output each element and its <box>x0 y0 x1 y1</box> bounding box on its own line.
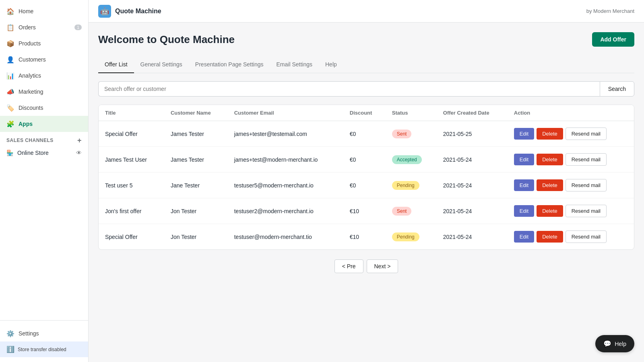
orders-badge: 1 <box>74 25 82 30</box>
cell-customer-email: james+tester@testemail.com <box>228 121 343 147</box>
sidebar-nav: 🏠 Home 📋 Orders 1 📦 Products 👤 Customers… <box>0 0 88 320</box>
resend-mail-button[interactable]: Resend mail <box>566 179 607 191</box>
eye-icon[interactable]: 👁 <box>76 150 82 156</box>
sidebar-item-analytics[interactable]: 📊 Analytics <box>0 68 88 84</box>
sidebar-item-label: Analytics <box>19 72 41 79</box>
tab-email-settings[interactable]: Email Settings <box>270 56 319 73</box>
sidebar-item-label: Discounts <box>19 105 43 111</box>
cell-customer-name: James Tester <box>164 147 228 173</box>
orders-icon: 📋 <box>6 23 14 31</box>
page-header: Welcome to Quote Machine Add Offer <box>98 32 634 47</box>
cell-title: Special Offer <box>99 121 164 147</box>
sidebar-item-online-store[interactable]: 🏪 Online Store 👁 <box>0 146 88 160</box>
main-content: 🤖 Quote Machine by Modern Merchant Welco… <box>89 0 644 362</box>
page-title: Welcome to Quote Machine <box>98 33 235 46</box>
add-offer-button[interactable]: Add Offer <box>592 32 634 47</box>
col-action: Action <box>508 105 634 121</box>
cell-action: Edit Delete Resend mail <box>508 224 634 250</box>
cell-date: 2021-05-24 <box>437 147 508 173</box>
delete-button[interactable]: Delete <box>537 128 563 140</box>
resend-mail-button[interactable]: Resend mail <box>566 128 607 140</box>
cell-date: 2021-05-24 <box>437 224 508 250</box>
table-header-row: Title Customer Name Customer Email Disco… <box>99 105 634 121</box>
marketing-icon: 📣 <box>6 88 14 96</box>
cell-customer-name: Jon Tester <box>164 224 228 250</box>
cell-discount: €10 <box>343 224 386 250</box>
cell-discount: €0 <box>343 121 386 147</box>
search-button[interactable]: Search <box>600 81 634 97</box>
delete-button[interactable]: Delete <box>537 154 563 165</box>
sidebar-item-products[interactable]: 📦 Products <box>0 35 88 51</box>
search-input[interactable] <box>98 81 600 97</box>
sidebar-item-discounts[interactable]: 🏷️ Discounts <box>0 100 88 116</box>
sidebar-item-label: Apps <box>19 121 33 127</box>
prev-page-button[interactable]: < Pre <box>334 259 363 273</box>
pagination: < Pre Next > <box>98 259 634 273</box>
settings-icon: ⚙️ <box>6 329 14 337</box>
status-badge: Pending <box>392 232 419 241</box>
edit-button[interactable]: Edit <box>514 128 534 140</box>
delete-button[interactable]: Delete <box>537 179 563 191</box>
sidebar-item-customers[interactable]: 👤 Customers <box>0 51 88 68</box>
delete-button[interactable]: Delete <box>537 205 563 217</box>
search-row: Search <box>98 81 634 97</box>
analytics-icon: 📊 <box>6 72 14 80</box>
products-icon: 📦 <box>6 39 14 47</box>
sidebar-item-label: Marketing <box>19 88 43 95</box>
resend-mail-button[interactable]: Resend mail <box>566 205 607 217</box>
status-badge: Sent <box>392 207 412 216</box>
cell-status: Accepted <box>386 147 437 173</box>
app-title: Quote Machine <box>115 8 161 15</box>
apps-icon: 🧩 <box>6 120 14 128</box>
resend-mail-button[interactable]: Resend mail <box>566 230 607 243</box>
sidebar: 🏠 Home 📋 Orders 1 📦 Products 👤 Customers… <box>0 0 89 362</box>
edit-button[interactable]: Edit <box>514 154 534 165</box>
sidebar-item-settings[interactable]: ⚙️ Settings <box>0 325 88 341</box>
cell-discount: €0 <box>343 147 386 173</box>
sidebar-item-orders[interactable]: 📋 Orders 1 <box>0 19 88 35</box>
edit-button[interactable]: Edit <box>514 205 534 217</box>
customers-icon: 👤 <box>6 56 14 64</box>
next-page-button[interactable]: Next > <box>367 259 398 273</box>
page-content: Welcome to Quote Machine Add Offer Offer… <box>89 23 644 362</box>
tab-general-settings[interactable]: General Settings <box>134 56 189 73</box>
col-date: Offer Created Date <box>437 105 508 121</box>
cell-action: Edit Delete Resend mail <box>508 198 634 224</box>
sidebar-item-home[interactable]: 🏠 Home <box>0 3 88 19</box>
info-icon: ℹ️ <box>6 346 14 353</box>
cell-customer-email: testuser@modern-merchant.tio <box>228 224 343 250</box>
help-fab-button[interactable]: 💬 Help <box>595 335 634 352</box>
online-store-label: Online Store <box>17 150 49 156</box>
tab-offer-list[interactable]: Offer List <box>98 56 134 73</box>
cell-customer-email: james+test@modern-merchant.io <box>228 147 343 173</box>
cell-status: Pending <box>386 173 437 198</box>
cell-customer-name: Jon Tester <box>164 198 228 224</box>
sidebar-item-label: Home <box>19 8 33 14</box>
sidebar-item-apps[interactable]: 🧩 Apps <box>0 116 88 132</box>
app-by-text: by Modern Merchant <box>586 8 634 14</box>
cell-title: Special Offer <box>99 224 164 250</box>
cell-customer-name: James Tester <box>164 121 228 147</box>
cell-action: Edit Delete Resend mail <box>508 147 634 173</box>
edit-button[interactable]: Edit <box>514 179 534 191</box>
delete-button[interactable]: Delete <box>537 231 563 243</box>
table-row: Special Offer James Tester james+tester@… <box>99 121 634 147</box>
tab-presentation-settings[interactable]: Presentation Page Settings <box>189 56 270 73</box>
cell-date: 2021-05-25 <box>437 121 508 147</box>
edit-button[interactable]: Edit <box>514 231 534 243</box>
cell-action: Edit Delete Resend mail <box>508 173 634 198</box>
sidebar-item-label: Products <box>19 40 41 47</box>
col-customer-name: Customer Name <box>164 105 228 121</box>
home-icon: 🏠 <box>6 7 14 15</box>
sidebar-item-marketing[interactable]: 📣 Marketing <box>0 84 88 100</box>
tab-help[interactable]: Help <box>319 56 343 73</box>
table-row: Jon's first offer Jon Tester testuser2@m… <box>99 198 634 224</box>
status-badge: Accepted <box>392 155 422 164</box>
add-sales-channel-button[interactable]: + <box>77 137 82 144</box>
store-transfer-footer: ℹ️ Store transfer disabled <box>0 341 88 357</box>
resend-mail-button[interactable]: Resend mail <box>566 153 607 166</box>
app-logo-emoji: 🤖 <box>100 7 109 16</box>
sidebar-item-label: Customers <box>19 56 46 63</box>
cell-date: 2021-05-24 <box>437 198 508 224</box>
offers-table-wrap: Title Customer Name Customer Email Disco… <box>98 105 634 250</box>
